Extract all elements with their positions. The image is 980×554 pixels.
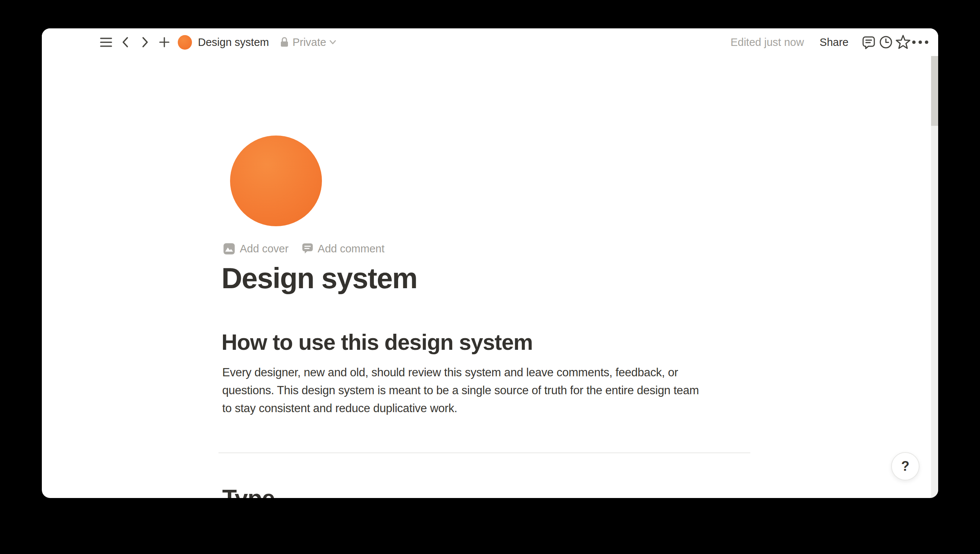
comments-icon [861, 35, 876, 49]
favorite-button[interactable] [895, 34, 911, 50]
updates-button[interactable] [878, 34, 894, 50]
help-label: ? [901, 458, 910, 474]
breadcrumb[interactable]: Design system [178, 35, 269, 49]
notion-window: Design system Private Edited just now Sh… [42, 29, 938, 498]
more-button[interactable] [912, 34, 929, 50]
toolbar-left-group: Design system Private [98, 34, 336, 50]
new-page-button[interactable] [156, 34, 172, 50]
add-comment-icon [302, 243, 313, 255]
back-button[interactable] [117, 34, 134, 50]
add-cover-label: Add cover [240, 243, 289, 255]
scrollbar-thumb[interactable] [931, 56, 938, 126]
edited-status: Edited just now [730, 36, 804, 49]
paragraph-line: Every designer, new and old, should revi… [222, 364, 805, 382]
chevron-down-icon [329, 40, 336, 45]
paragraph-line: questions. This design system is meant t… [222, 382, 805, 400]
add-comment-button[interactable]: Add comment [302, 243, 385, 255]
paragraph-block[interactable]: Every designer, new and old, should revi… [222, 364, 805, 417]
toolbar-right-group: Edited just now Share [730, 34, 929, 50]
page-actions-row: Add cover Add comment [223, 243, 385, 255]
share-button[interactable]: Share [820, 36, 849, 49]
comments-button[interactable] [860, 34, 877, 50]
divider [218, 452, 750, 453]
privacy-label: Private [292, 36, 326, 49]
toolbar: Design system Private Edited just now Sh… [42, 29, 938, 56]
chevron-left-icon [121, 36, 130, 48]
add-comment-label: Add comment [318, 243, 385, 255]
privacy-selector[interactable]: Private [280, 36, 336, 49]
section-heading[interactable]: How to use this design system [221, 331, 532, 353]
star-icon [895, 34, 911, 50]
ellipsis-icon [912, 40, 929, 44]
scrollbar-track[interactable] [931, 56, 938, 498]
add-cover-icon [223, 243, 235, 255]
sidebar-menu-button[interactable] [98, 34, 114, 50]
breadcrumb-page-title[interactable]: Design system [198, 36, 269, 49]
clock-icon [878, 35, 893, 49]
plus-icon [159, 37, 170, 48]
forward-button[interactable] [137, 34, 153, 50]
paragraph-line: to stay consistent and reduce duplicativ… [222, 400, 805, 417]
lock-icon [280, 37, 289, 48]
page-title[interactable]: Design system [221, 264, 417, 293]
page-emoji-icon [178, 35, 192, 49]
section-heading-type[interactable]: Type [222, 486, 275, 498]
help-button[interactable]: ? [891, 452, 919, 481]
menu-icon [100, 37, 112, 48]
add-cover-button[interactable]: Add cover [223, 243, 289, 255]
chevron-right-icon [140, 36, 150, 48]
page-icon[interactable] [230, 135, 322, 226]
